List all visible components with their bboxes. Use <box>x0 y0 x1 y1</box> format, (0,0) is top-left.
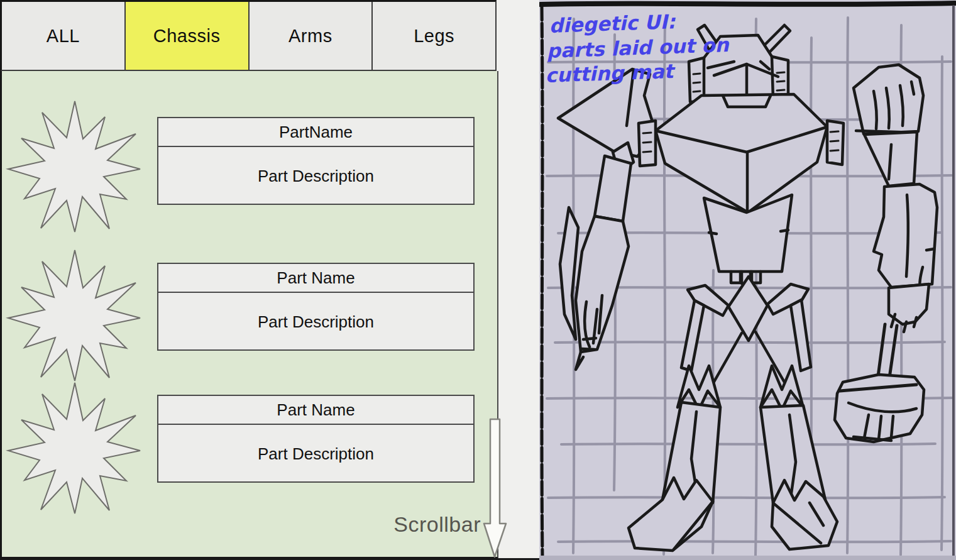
part-name: Part Name <box>158 264 473 293</box>
sketch-canvas: diegetic UI: parts laid out on cutting m… <box>539 0 956 560</box>
part-description: Part Description <box>158 293 473 351</box>
tab-legs[interactable]: Legs <box>373 2 495 70</box>
parts-list-section: ALL Chassis Arms Legs PartName Part Desc… <box>0 0 539 560</box>
starburst-icon[interactable] <box>6 382 145 521</box>
part-card[interactable]: Part Name Part Description <box>157 395 475 483</box>
down-arrow-icon scrollbar-arrow[interactable] <box>483 418 508 559</box>
scrollbar-label: Scrollbar <box>393 512 481 537</box>
part-card[interactable]: PartName Part Description <box>157 117 475 205</box>
tab-chassis[interactable]: Chassis <box>126 2 250 70</box>
annotation-line: cutting mat <box>545 60 676 87</box>
starburst-icon[interactable] <box>6 100 145 239</box>
sketch-legs <box>629 277 837 551</box>
sketch-right-arm <box>835 65 937 442</box>
category-tabbar: ALL Chassis Arms Legs <box>0 0 497 71</box>
part-name: Part Name <box>158 396 473 425</box>
tab-all[interactable]: ALL <box>2 2 126 70</box>
parts-list-panel: PartName Part Description Part Name Part… <box>0 71 498 559</box>
diegetic-ui-sketch-panel: diegetic UI: parts laid out on cutting m… <box>539 0 956 560</box>
part-card[interactable]: Part Name Part Description <box>157 263 475 351</box>
sketch-left-arm <box>558 69 656 370</box>
part-description: Part Description <box>158 147 473 205</box>
annotation-line: diegetic UI: <box>549 10 677 37</box>
part-description: Part Description <box>158 425 473 483</box>
part-name: PartName <box>158 118 473 147</box>
parts-picker-wireframe: ALL Chassis Arms Legs PartName Part Desc… <box>0 0 956 560</box>
tab-arms[interactable]: Arms <box>250 2 373 70</box>
starburst-icon[interactable] <box>6 249 145 388</box>
mat-bottom-edge <box>539 556 956 560</box>
